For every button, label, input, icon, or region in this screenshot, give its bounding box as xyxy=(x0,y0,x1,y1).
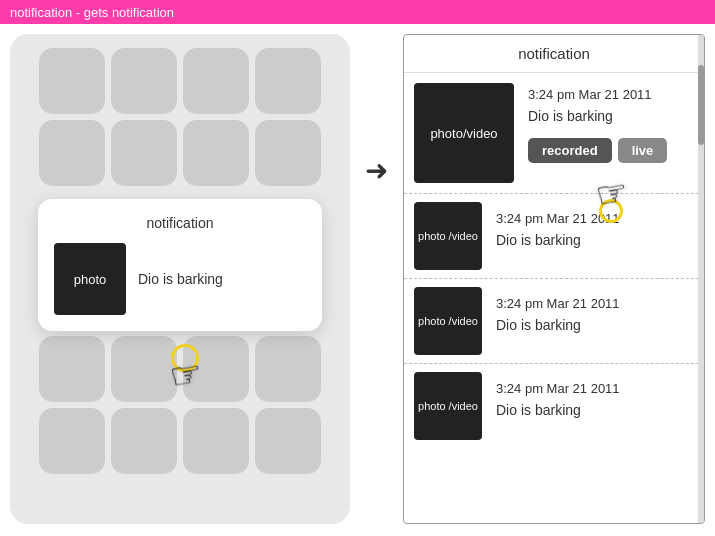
app-icon[interactable] xyxy=(255,408,321,474)
popup-body: photo Dio is barking xyxy=(54,243,306,315)
thumb-label: photo/video xyxy=(430,126,497,141)
notification-item-small-2: photo /video 3:24 pm Mar 21 2011 Dio is … xyxy=(404,279,704,364)
app-icon[interactable] xyxy=(39,48,105,114)
left-panel: notification photo Dio is barking ☞ xyxy=(10,34,350,524)
thumb-label: photo /video xyxy=(418,230,478,242)
thumb-label: photo /video xyxy=(418,315,478,327)
photo-label: photo xyxy=(74,272,107,287)
popup-message: Dio is barking xyxy=(138,271,223,287)
title-bar: notification - gets notification xyxy=(0,0,715,24)
notification-time: 3:24 pm Mar 21 2011 xyxy=(496,296,620,311)
notification-thumb-small: photo /video xyxy=(414,287,482,355)
app-icon[interactable] xyxy=(111,408,177,474)
scrollbar-thumb[interactable] xyxy=(698,65,704,145)
recorded-button[interactable]: recorded xyxy=(528,138,612,163)
app-icon[interactable] xyxy=(183,120,249,186)
notification-popup: notification photo Dio is barking xyxy=(38,199,322,331)
title-label: notification - gets notification xyxy=(10,5,174,20)
scrollbar[interactable] xyxy=(698,35,704,523)
icon-row-1 xyxy=(24,48,336,114)
app-icon[interactable] xyxy=(255,336,321,402)
notification-info-small: 3:24 pm Mar 21 2011 Dio is barking xyxy=(496,296,620,347)
notification-item-large: photo/video 3:24 pm Mar 21 2011 Dio is b… xyxy=(404,73,704,194)
notification-time: 3:24 pm Mar 21 2011 xyxy=(496,381,620,396)
notification-item-small-3: photo /video 3:24 pm Mar 21 2011 Dio is … xyxy=(404,364,704,448)
notification-thumb-large: photo/video xyxy=(414,83,514,183)
icon-row-2 xyxy=(24,120,336,186)
notification-time: 3:24 pm Mar 21 2011 xyxy=(528,87,694,102)
notification-item-small-1: photo /video 3:24 pm Mar 21 2011 Dio is … xyxy=(404,194,704,279)
arrow-symbol: ➜ xyxy=(365,154,388,187)
right-panel: notification photo/video 3:24 pm Mar 21 … xyxy=(403,34,705,524)
popup-title: notification xyxy=(54,215,306,231)
notification-actions: recorded live xyxy=(528,138,694,163)
photo-thumbnail: photo xyxy=(54,243,126,315)
app-icon[interactable] xyxy=(111,336,177,402)
main-content: notification photo Dio is barking ☞ ➜ no… xyxy=(0,24,715,536)
right-panel-title: notification xyxy=(404,35,704,73)
app-icon[interactable] xyxy=(39,336,105,402)
app-icon[interactable] xyxy=(39,120,105,186)
app-icon[interactable] xyxy=(255,120,321,186)
app-icon[interactable] xyxy=(111,48,177,114)
app-icon[interactable] xyxy=(183,408,249,474)
thumb-label: photo /video xyxy=(418,400,478,412)
app-icon[interactable] xyxy=(183,48,249,114)
icon-row-6 xyxy=(24,408,336,474)
notification-thumb-small: photo /video xyxy=(414,202,482,270)
app-icon[interactable] xyxy=(39,408,105,474)
notification-message: Dio is barking xyxy=(496,317,620,333)
arrow-indicator: ➜ xyxy=(365,34,388,187)
app-icon[interactable] xyxy=(255,48,321,114)
live-button[interactable]: live xyxy=(618,138,668,163)
notification-message: Dio is barking xyxy=(496,232,620,248)
notification-message: Dio is barking xyxy=(528,108,694,124)
app-icon[interactable] xyxy=(111,120,177,186)
notification-info-small: 3:24 pm Mar 21 2011 Dio is barking xyxy=(496,381,620,432)
notification-message: Dio is barking xyxy=(496,402,620,418)
notification-thumb-small: photo /video xyxy=(414,372,482,440)
notification-info: 3:24 pm Mar 21 2011 Dio is barking recor… xyxy=(528,83,694,183)
